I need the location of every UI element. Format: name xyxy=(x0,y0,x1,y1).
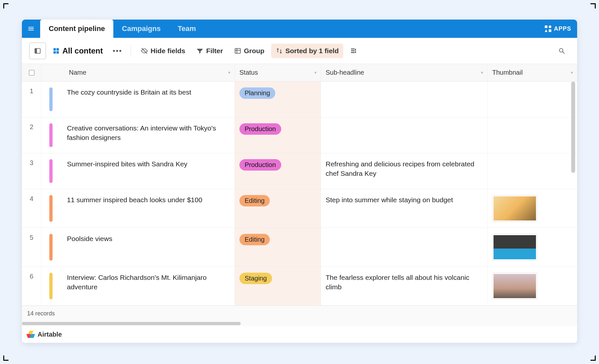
menu-button[interactable] xyxy=(22,20,40,38)
cell-name[interactable]: The cozy countryside is Britain at its b… xyxy=(41,82,235,117)
cell-sub-headline[interactable] xyxy=(321,82,488,117)
cell-status[interactable]: Editing xyxy=(235,228,321,266)
table-row[interactable]: 3Summer-inspired bites with Sandra KeyPr… xyxy=(22,153,577,189)
vertical-scrollbar[interactable] xyxy=(571,82,575,173)
status-pill: Planning xyxy=(239,87,275,99)
column-header-name[interactable]: Name▼ xyxy=(41,64,235,81)
table-row[interactable]: 6Interview: Carlos Richardson's Mt. Kili… xyxy=(22,267,577,306)
group-button[interactable]: Group xyxy=(230,44,269,58)
cell-thumbnail[interactable] xyxy=(488,117,577,153)
svg-rect-1 xyxy=(35,48,37,53)
group-label: Group xyxy=(244,47,265,55)
cell-thumbnail[interactable] xyxy=(488,82,577,117)
table-body: 1The cozy countryside is Britain at its … xyxy=(22,82,577,306)
toggle-sidebar-button[interactable] xyxy=(29,42,46,59)
status-color-bar xyxy=(49,234,53,261)
table-row[interactable]: 1The cozy countryside is Britain at its … xyxy=(22,82,577,117)
status-color-bar xyxy=(49,195,53,222)
status-pill: Production xyxy=(239,159,281,171)
thumbnail-image[interactable] xyxy=(492,234,537,261)
status-pill: Production xyxy=(239,123,281,135)
cell-status[interactable]: Production xyxy=(235,153,321,189)
search-button[interactable] xyxy=(554,44,570,58)
column-header-sub-headline[interactable]: Sub-headline▼ xyxy=(321,64,488,81)
row-height-button[interactable] xyxy=(345,44,362,58)
cell-sub-headline[interactable] xyxy=(321,117,488,153)
chevron-down-icon: ▼ xyxy=(314,70,317,75)
sidebar-icon xyxy=(34,47,41,54)
table-row[interactable]: 411 summer inspired beach looks under $1… xyxy=(22,189,577,228)
svg-point-6 xyxy=(559,48,563,52)
thumbnail-image[interactable] xyxy=(492,273,537,299)
row-number: 1 xyxy=(22,82,41,117)
cell-name[interactable]: Creative conversations: An interview wit… xyxy=(41,117,235,153)
filter-button[interactable]: Filter xyxy=(192,44,227,58)
status-pill: Editing xyxy=(239,234,270,245)
name-text: The cozy countryside is Britain at its b… xyxy=(67,87,230,111)
cell-thumbnail[interactable] xyxy=(488,153,577,189)
select-all-header[interactable] xyxy=(22,64,41,81)
status-pill: Staging xyxy=(239,273,272,284)
cell-name[interactable]: Poolside views xyxy=(41,228,235,266)
cell-sub-headline[interactable]: Refreshing and delicious recipes from ce… xyxy=(321,153,488,189)
svg-rect-3 xyxy=(235,48,240,53)
table-row[interactable]: 2Creative conversations: An interview wi… xyxy=(22,117,577,153)
sort-label: Sorted by 1 field xyxy=(285,47,339,55)
chevron-down-icon: ▼ xyxy=(480,70,484,75)
cell-name[interactable]: 11 summer inspired beach looks under $10… xyxy=(41,189,235,228)
status-pill: Editing xyxy=(239,195,270,206)
hide-fields-label: Hide fields xyxy=(151,47,185,55)
brand-bar: Airtable xyxy=(22,326,577,343)
cell-sub-headline[interactable] xyxy=(321,228,488,266)
cell-thumbnail[interactable] xyxy=(488,267,577,305)
apps-icon xyxy=(545,25,551,32)
search-icon xyxy=(558,47,565,54)
row-number: 2 xyxy=(22,117,41,153)
cell-thumbnail[interactable] xyxy=(488,189,577,228)
name-text: Interview: Carlos Richardson's Mt. Kilim… xyxy=(67,273,230,299)
column-header-status[interactable]: Status▼ xyxy=(235,64,321,81)
grid-icon xyxy=(53,47,60,54)
cell-name[interactable]: Summer-inspired bites with Sandra Key xyxy=(41,153,235,189)
table-footer: 14 records xyxy=(22,306,577,321)
column-header-thumbnail[interactable]: Thumbnail▼ xyxy=(488,64,577,81)
sort-icon xyxy=(276,47,283,54)
sort-button[interactable]: Sorted by 1 field xyxy=(271,44,343,58)
row-number: 4 xyxy=(22,189,41,228)
name-text: Creative conversations: An interview wit… xyxy=(67,123,230,147)
apps-button[interactable]: APPS xyxy=(545,25,571,32)
tab-bar: Content pipeline Campaigns Team APPS xyxy=(22,20,577,38)
cell-name[interactable]: Interview: Carlos Richardson's Mt. Kilim… xyxy=(41,267,235,305)
filter-icon xyxy=(196,47,203,54)
tab-team[interactable]: Team xyxy=(169,20,204,38)
hide-fields-button[interactable]: Hide fields xyxy=(136,44,190,58)
cell-sub-headline[interactable]: The fearless explorer tells all about hi… xyxy=(321,267,488,305)
cell-sub-headline[interactable]: Step into summer while staying on budget xyxy=(321,189,488,228)
thumbnail-image[interactable] xyxy=(492,195,537,222)
tab-campaigns[interactable]: Campaigns xyxy=(113,20,169,38)
filter-label: Filter xyxy=(206,47,223,55)
cell-status[interactable]: Planning xyxy=(235,82,321,117)
cell-thumbnail[interactable] xyxy=(488,228,577,266)
select-all-checkbox[interactable] xyxy=(29,70,35,76)
eye-off-icon xyxy=(141,47,148,54)
cell-status[interactable]: Editing xyxy=(235,189,321,228)
name-text: 11 summer inspired beach looks under $10… xyxy=(67,195,230,222)
group-icon xyxy=(234,47,241,54)
view-selector[interactable]: All content xyxy=(48,43,107,59)
cell-status[interactable]: Production xyxy=(235,117,321,153)
cell-status[interactable]: Staging xyxy=(235,267,321,305)
status-color-bar xyxy=(49,123,53,147)
horizontal-scrollbar-track[interactable] xyxy=(22,321,577,326)
status-color-bar xyxy=(49,273,53,299)
app-window: Content pipeline Campaigns Team APPS All… xyxy=(22,20,577,343)
view-label: All content xyxy=(62,46,103,55)
view-options-button[interactable]: ••• xyxy=(109,47,125,55)
airtable-logo-icon xyxy=(27,331,34,338)
table-header: Name▼ Status▼ Sub-headline▼ Thumbnail▼ xyxy=(22,64,577,82)
table-row[interactable]: 5Poolside viewsEditing xyxy=(22,228,577,267)
apps-label: APPS xyxy=(554,25,571,32)
horizontal-scrollbar-thumb[interactable] xyxy=(22,322,241,325)
tab-content-pipeline[interactable]: Content pipeline xyxy=(40,20,113,38)
toolbar: All content ••• Hide fields Filter Group… xyxy=(22,38,577,64)
